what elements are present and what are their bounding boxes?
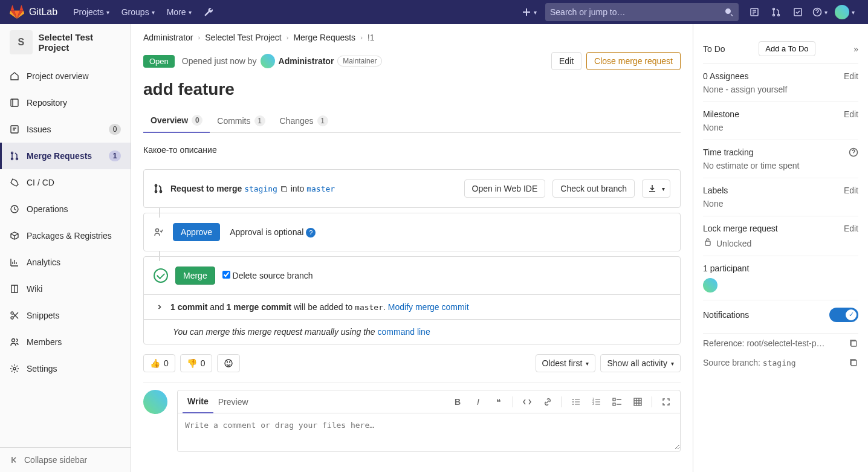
list-ol-icon: 123 — [592, 397, 601, 407]
logo[interactable]: GitLab — [10, 5, 57, 19]
preview-tab[interactable]: Preview — [213, 391, 253, 413]
chevron-down-icon: ▾ — [662, 186, 665, 192]
link-button[interactable] — [539, 393, 557, 411]
sidebar-item-overview[interactable]: Project overview — [0, 63, 131, 89]
ul-button[interactable] — [567, 393, 585, 411]
repository-icon — [10, 98, 19, 108]
delete-branch-label[interactable]: Delete source branch — [222, 271, 313, 280]
chevron-right-icon: › — [287, 34, 289, 41]
table-button[interactable] — [629, 393, 647, 411]
edit-button[interactable]: Edit — [551, 52, 581, 70]
mr-shortcut[interactable] — [765, 0, 787, 24]
author-link[interactable]: Administrator — [279, 56, 334, 66]
issues-shortcut[interactable] — [743, 0, 765, 24]
user-menu[interactable]: ▾ — [831, 0, 858, 24]
approve-button[interactable]: Approve — [173, 223, 220, 241]
notifications-toggle[interactable]: ✓ — [829, 308, 858, 322]
sidebar-item-members[interactable]: Members — [0, 329, 131, 355]
copy-reference-icon[interactable] — [849, 338, 858, 348]
sidebar-item-repository[interactable]: Repository — [0, 89, 131, 116]
project-header[interactable]: S Selectel Test Project — [0, 24, 131, 60]
sidebar-item-issues[interactable]: Issues0 — [0, 116, 131, 143]
global-search[interactable] — [545, 3, 739, 21]
sidebar-item-cicd[interactable]: CI / CD — [0, 169, 131, 196]
tab-changes[interactable]: Changes1 — [273, 109, 335, 132]
tab-overview[interactable]: Overview0 — [143, 109, 210, 133]
search-input[interactable] — [550, 7, 724, 17]
comment-textarea[interactable] — [178, 413, 680, 450]
help-icon[interactable] — [849, 147, 858, 157]
nav-projects[interactable]: Projects▾ — [67, 0, 115, 24]
thumbs-down-button[interactable]: 👎0 — [180, 354, 212, 372]
bold-button[interactable]: B — [449, 393, 467, 411]
add-todo-button[interactable]: Add a To Do — [759, 41, 815, 56]
lock-edit[interactable]: Edit — [844, 224, 858, 233]
delete-branch-checkbox[interactable] — [222, 271, 230, 279]
chevron-down-icon: ▾ — [586, 360, 589, 367]
sidebar-item-snippets[interactable]: Snippets — [0, 302, 131, 329]
fullscreen-button[interactable] — [657, 393, 675, 411]
mr-header: Open Opened just now by Administrator Ma… — [143, 52, 681, 70]
sidebar-item-analytics[interactable]: Analytics — [0, 249, 131, 276]
open-ide-button[interactable]: Open in Web IDE — [464, 179, 546, 198]
assignees-body[interactable]: None - assign yourself — [703, 85, 858, 94]
nav-more[interactable]: More▾ — [161, 0, 198, 24]
thumbs-up-button[interactable]: 👍0 — [143, 354, 175, 372]
labels-edit[interactable]: Edit — [844, 186, 858, 195]
sidebar-item-wiki[interactable]: Wiki — [0, 276, 131, 302]
copy-icon[interactable] — [280, 185, 288, 193]
download-dropdown[interactable]: ▾ — [642, 179, 670, 198]
expand-sidebar-icon[interactable]: » — [853, 44, 858, 54]
milestone-edit[interactable]: Edit — [844, 109, 858, 119]
tab-commits[interactable]: Commits1 — [210, 109, 272, 132]
breadcrumb-item[interactable]: Merge Requests — [293, 33, 355, 42]
new-dropdown[interactable]: ▾ — [518, 0, 540, 24]
admin-wrench-icon[interactable] — [198, 0, 219, 24]
activity-filter-dropdown[interactable]: Show all activity▾ — [600, 354, 681, 372]
help-dropdown[interactable]: ▾ — [809, 0, 831, 24]
top-navbar: GitLab Projects▾ Groups▾ More▾ ▾ ▾ ▾ — [0, 0, 868, 24]
issues-icon — [10, 124, 19, 134]
chevron-right-icon[interactable] — [156, 303, 163, 311]
breadcrumb-item[interactable]: Administrator — [143, 33, 193, 42]
sort-dropdown[interactable]: Oldest first▾ — [536, 354, 596, 372]
ol-button[interactable]: 123 — [588, 393, 606, 411]
current-user-avatar[interactable] — [143, 390, 167, 414]
italic-button[interactable]: I — [469, 393, 487, 411]
chevron-down-icon: ▾ — [152, 9, 155, 16]
info-icon[interactable]: ? — [306, 228, 316, 238]
target-branch[interactable]: master — [306, 184, 335, 193]
package-icon — [10, 231, 19, 241]
author-avatar[interactable] — [261, 54, 275, 68]
source-branch[interactable]: staging — [244, 184, 277, 193]
tasklist-button[interactable] — [608, 393, 626, 411]
command-line-link[interactable]: command line — [378, 327, 430, 337]
chevron-down-icon: ▾ — [824, 9, 828, 16]
participant-avatar[interactable] — [703, 278, 717, 293]
add-reaction-button[interactable] — [217, 354, 240, 372]
sidebar-item-operations[interactable]: Operations — [0, 196, 131, 222]
italic-icon: I — [477, 397, 479, 407]
breadcrumb-item[interactable]: Selectel Test Project — [205, 33, 282, 42]
checkout-button[interactable]: Check out branch — [552, 179, 635, 198]
book-icon — [10, 284, 19, 294]
chevron-down-icon: ▾ — [671, 360, 674, 367]
sidebar-item-merge-requests[interactable]: Merge Requests1 — [0, 143, 131, 169]
sidebar-item-packages[interactable]: Packages & Registries — [0, 222, 131, 249]
time-body: No estimate or time spent — [703, 161, 858, 170]
code-button[interactable] — [518, 393, 536, 411]
collapse-sidebar[interactable]: Collapse sidebar — [0, 447, 131, 472]
nav-groups[interactable]: Groups▾ — [115, 0, 161, 24]
quote-button[interactable]: ❝ — [490, 393, 508, 411]
merge-button[interactable]: Merge — [175, 267, 215, 285]
gitlab-icon — [10, 5, 24, 19]
chevron-down-icon: ▾ — [106, 9, 109, 16]
modify-commit-link[interactable]: Modify merge commit — [388, 302, 469, 312]
sidebar-item-settings[interactable]: Settings — [0, 355, 131, 382]
copy-branch-icon[interactable] — [849, 358, 858, 367]
close-mr-button[interactable]: Close merge request — [586, 52, 681, 70]
assignees-edit[interactable]: Edit — [844, 71, 858, 81]
collapse-icon — [10, 455, 19, 465]
write-tab[interactable]: Write — [183, 390, 213, 413]
todo-shortcut[interactable] — [787, 0, 809, 24]
